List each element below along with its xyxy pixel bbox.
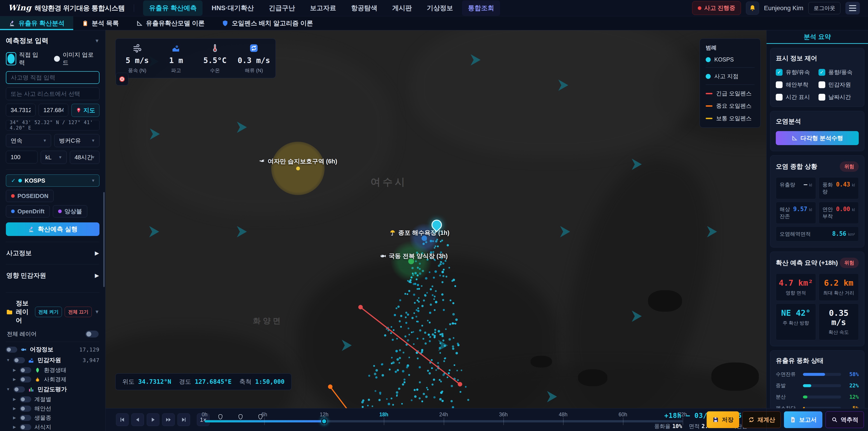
caret-icon[interactable]: ▼ (6, 358, 10, 363)
oil-particle (435, 301, 437, 303)
run-prediction-button[interactable]: 확산예측 실행 (6, 222, 99, 236)
model-chip-KOSPS[interactable]: ✓KOSPS (6, 175, 99, 187)
action-button-역추적[interactable]: 역추적 (826, 411, 864, 428)
skip-to-start-button[interactable] (116, 413, 129, 426)
accident-info-section[interactable]: 사고정보▶ (6, 242, 99, 264)
display-control-title: 표시 정보 제어 (776, 54, 859, 63)
protection-zone-marker[interactable]: 여자만 습지보호구역 (6h) (258, 157, 337, 165)
nav-tab-보고자료[interactable]: 보고자료 (304, 0, 342, 16)
menu-button[interactable] (845, 2, 860, 14)
pick-on-map-button[interactable]: 지도 (71, 104, 99, 117)
layer-toggle[interactable] (13, 387, 25, 392)
logout-button[interactable]: 로그아웃 (808, 2, 840, 14)
layer-toggle[interactable] (20, 406, 31, 411)
nav-tab-긴급구난[interactable]: 긴급구난 (263, 0, 301, 16)
duration-select[interactable]: 48시간 (70, 151, 99, 164)
beach-marker[interactable]: 종포 해수욕장 (1h) (389, 229, 450, 237)
fence-endpoint[interactable] (358, 305, 363, 309)
step-back-button[interactable] (131, 413, 144, 426)
time-label-60h[interactable]: 60h (618, 411, 627, 418)
action-button-저장[interactable]: 저장 (707, 411, 739, 428)
oil-particle (397, 358, 399, 361)
caret-icon[interactable]: ▶ (12, 368, 17, 372)
oil-particle (449, 369, 451, 371)
risk-badge: 위험 (840, 258, 859, 268)
time-label-0h[interactable]: 0h (202, 411, 208, 418)
caret-icon[interactable]: ▶ (12, 377, 17, 382)
farm-marker[interactable]: 국동 전복 양식장 (3h) (380, 252, 448, 260)
display-checkbox-해안부착[interactable]: 해안부착 (776, 81, 816, 88)
fence-endpoint[interactable] (328, 384, 333, 389)
fence-endpoint[interactable] (458, 382, 462, 387)
subtab-유출유 확산분석[interactable]: 유출유 확산분석 (0, 16, 73, 30)
nav-tab-기상정보[interactable]: 기상정보 (421, 0, 459, 16)
sidebar-scrollbar[interactable] (103, 192, 105, 287)
subtab-유출유확산모델 이론[interactable]: 유출유확산모델 이론 (127, 16, 213, 30)
unit-select[interactable]: kL (41, 151, 67, 164)
caret-icon[interactable]: ▼ (6, 387, 10, 392)
layer-toggle[interactable] (6, 347, 17, 352)
model-chip-POSEIDON[interactable]: POSEIDON (6, 190, 54, 202)
impact-resources-section[interactable]: 영향 민감자원▶ (6, 264, 99, 286)
input-mode-radio-직접 입력[interactable]: 직접 입력 (6, 51, 44, 67)
incident-list-input[interactable] (6, 88, 99, 100)
polygon-analysis-button[interactable]: 다각형 분석수행 (776, 131, 859, 145)
time-slider-thumb[interactable] (321, 418, 327, 424)
master-layer-toggle[interactable] (86, 331, 98, 337)
model-chip-앙상블[interactable]: 앙상블 (53, 205, 87, 217)
all-layers-on-button[interactable]: 전체 켜기 (35, 307, 62, 317)
fast-forward-button[interactable] (162, 413, 175, 426)
predict-input-header[interactable]: 예측정보 입력 ▼ (6, 36, 99, 45)
display-checkbox-풍향/풍속[interactable]: ✓풍향/풍속 (818, 68, 859, 76)
longitude-input[interactable] (39, 104, 68, 116)
time-label-48h[interactable]: 48h (559, 411, 567, 418)
latitude-input[interactable] (6, 104, 35, 116)
model-chip-OpenDrift[interactable]: OpenDrift (6, 205, 50, 217)
time-slider[interactable]: 0h6h12h18h24h36h48h60h72h (205, 408, 683, 431)
time-label-24h[interactable]: 24h (439, 411, 448, 418)
all-layers-off-button[interactable]: 전체 끄기 (65, 307, 92, 317)
nav-tab-HNS·대기확산[interactable]: HNS·대기확산 (206, 0, 260, 16)
amount-input[interactable] (6, 151, 37, 163)
fence-deploy-marker-icon[interactable] (258, 414, 262, 419)
skip-to-end-button[interactable] (178, 413, 190, 426)
action-button-보고서[interactable]: 보고서 (784, 411, 822, 428)
caret-icon[interactable]: ▶ (12, 415, 17, 420)
nav-tab-항공탐색[interactable]: 항공탐색 (345, 0, 383, 16)
incident-name-input[interactable] (6, 71, 99, 84)
layer-toggle[interactable] (20, 415, 31, 421)
time-label-18h[interactable]: 18h (379, 411, 388, 418)
layer-toggle[interactable] (20, 376, 31, 382)
oil-particle (381, 374, 384, 376)
time-label-36h[interactable]: 36h (499, 411, 508, 418)
fence-deploy-marker-icon[interactable] (239, 414, 243, 419)
map-canvas[interactable]: 여수시화양면 여자만 습지보호구역 (6h) 종포 해수욕장 (1h) 국동 전… (105, 30, 766, 408)
oil-particle (434, 332, 436, 333)
layer-toggle[interactable] (20, 396, 31, 402)
display-checkbox-민감자원[interactable]: 민감자원 (818, 81, 859, 88)
display-checkbox-날짜시간[interactable]: 날짜시간 (818, 93, 859, 101)
layer-toggle[interactable] (20, 424, 31, 430)
display-checkboxes: ✓유향/유속✓풍향/풍속해안부착민감자원시간 표시날짜시간 (776, 68, 859, 101)
caret-icon[interactable]: ▶ (12, 406, 17, 411)
layer-toggle[interactable] (20, 367, 31, 373)
notifications-button[interactable] (746, 2, 759, 15)
fence-deploy-marker-icon[interactable] (218, 414, 222, 419)
spill-mode-select[interactable]: 연속 (6, 134, 51, 147)
action-button-재계산[interactable]: 재계산 (742, 411, 781, 428)
layer-toggle[interactable] (13, 357, 25, 363)
oil-type-select[interactable]: 벙커C유 (54, 134, 99, 147)
caret-icon[interactable]: ▶ (12, 425, 17, 429)
subtab-오일펜스 배치 알고리즘 이론[interactable]: 오일펜스 배치 알고리즘 이론 (213, 16, 321, 30)
input-mode-radio-이미지 업로드[interactable]: 이미지 업로드 (54, 51, 99, 67)
display-checkbox-유향/유속[interactable]: ✓유향/유속 (776, 68, 816, 76)
nav-tab-게시판[interactable]: 게시판 (386, 0, 418, 16)
caret-icon[interactable]: ▶ (12, 397, 17, 402)
time-label-12h[interactable]: 12h (320, 411, 329, 418)
recenter-target-button[interactable] (116, 73, 128, 86)
nav-tab-유출유 확산예측[interactable]: 유출유 확산예측 (143, 0, 203, 16)
play-button[interactable] (147, 413, 159, 426)
display-checkbox-시간 표시[interactable]: 시간 표시 (776, 93, 816, 101)
nav-tab-통합조회[interactable]: 통합조회 (462, 0, 500, 16)
subtab-분석 목록[interactable]: 분석 목록 (73, 16, 127, 30)
